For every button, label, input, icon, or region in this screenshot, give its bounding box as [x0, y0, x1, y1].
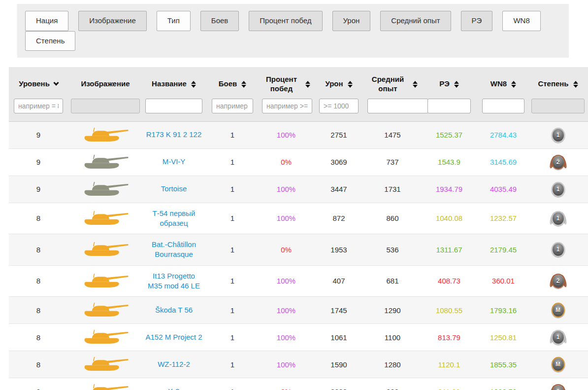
grade-badge: 2 [552, 155, 565, 170]
tank-name-link[interactable]: Т-54 первый образец [145, 209, 203, 229]
filter-cell-exp [365, 97, 420, 122]
cell-winrate: 100% [260, 297, 312, 324]
tank-name-link[interactable]: Tortoise [161, 184, 187, 194]
cell-battles: 1 [205, 121, 260, 148]
tank-name-link[interactable]: Škoda T 56 [155, 305, 193, 315]
column-header-exp[interactable]: Средний опыт [365, 67, 420, 97]
cell-wn8: 4035.49 [479, 176, 528, 203]
cell-image [68, 176, 143, 203]
cell-name: It13 Progetto M35 mod 46 LE [143, 265, 205, 297]
cell-damage: 3447 [312, 176, 365, 203]
column-header-level[interactable]: Уровень [9, 67, 68, 97]
filter-cell-grade [528, 97, 588, 122]
column-header-battles[interactable]: Боев [205, 67, 260, 97]
column-header-label: РЭ [439, 79, 450, 89]
column-header-image: Изображение [68, 67, 143, 97]
column-header-label: Изображение [81, 79, 130, 89]
table-row: 9R173 K 91 2 1221100%275114751525.372784… [9, 121, 588, 148]
filter-input-damage[interactable] [319, 99, 359, 113]
filter-input-winrate[interactable] [262, 99, 312, 113]
table-row: 8It13 Progetto M35 mod 46 LE1100%4076814… [9, 265, 588, 297]
cell-wn8: 1232.57 [479, 203, 528, 234]
cell-wn8: 2179.45 [479, 234, 528, 266]
tank-name-link[interactable]: WZ-112-2 [158, 359, 190, 369]
filter-input-re[interactable] [427, 99, 471, 113]
tank-name-link[interactable]: A152 M Project 2 [145, 332, 202, 342]
column-toggle-button[interactable]: Изображение [78, 11, 147, 31]
cell-exp: 1475 [365, 121, 420, 148]
tank-name-link[interactable]: It13 Progetto M35 mod 46 LE [145, 271, 203, 291]
cell-battles: 1 [205, 351, 260, 378]
column-toggle-button[interactable]: Боев [200, 11, 239, 31]
cell-damage: 1953 [312, 234, 365, 266]
column-header-name[interactable]: Название [143, 67, 205, 97]
column-header-wn8[interactable]: WN8 [479, 67, 528, 97]
cell-exp: 737 [365, 148, 420, 176]
cell-wn8: 360.01 [479, 265, 528, 297]
cell-name: Tortoise [143, 176, 205, 203]
column-header-re[interactable]: РЭ [420, 67, 479, 97]
cell-exp: 681 [365, 265, 420, 297]
cell-image [68, 203, 143, 234]
cell-level: 9 [9, 176, 68, 203]
cell-grade: 1 [528, 121, 588, 148]
cell-wn8: 1855.35 [479, 351, 528, 378]
column-toggle-button[interactable]: Тип [157, 11, 191, 31]
sort-icon [305, 81, 310, 88]
tank-icon [82, 384, 129, 390]
column-toggle-toolbar: НацияИзображениеТипБоевПроцент победУрон… [17, 4, 569, 58]
filter-input-name[interactable] [145, 99, 202, 113]
sort-icon [241, 81, 246, 88]
cell-battles: 1 [205, 148, 260, 176]
cell-grade: 2 [528, 378, 588, 390]
filter-input-exp[interactable] [367, 99, 428, 113]
cell-grade: 2 [528, 148, 588, 176]
tank-name-link[interactable]: R173 K 91 2 122 [146, 130, 202, 140]
column-toggle-button[interactable]: Средний опыт [380, 11, 451, 31]
filter-input-level[interactable] [14, 99, 63, 113]
column-toggle-button[interactable]: РЭ [461, 11, 493, 31]
header-row: УровеньИзображениеНазваниеБоевПроцент по… [9, 67, 588, 97]
cell-image [68, 148, 143, 176]
column-header-damage[interactable]: Урон [312, 67, 365, 97]
column-header-grade[interactable]: Степень [528, 67, 588, 97]
cell-level: 8 [9, 351, 68, 378]
column-toggle-button[interactable]: WN8 [502, 11, 540, 31]
cell-battles: 1 [205, 324, 260, 351]
cell-damage: 2338 [312, 378, 365, 390]
column-toggle-button[interactable]: Урон [332, 11, 371, 31]
cell-image [68, 324, 143, 351]
tank-name-link[interactable]: Bat.-Châtillon Bourrasque [145, 240, 203, 260]
cell-name: WZ-112-2 [143, 351, 205, 378]
cell-battles: 1 [205, 176, 260, 203]
grade-badge: 2 [552, 384, 565, 390]
cell-wn8: 1793.16 [479, 297, 528, 324]
filter-input-wn8[interactable] [482, 99, 524, 113]
tank-name-link[interactable]: M-VI-Y [163, 157, 186, 167]
filter-input-battles[interactable] [212, 99, 253, 113]
tank-name-link[interactable]: K-2 [168, 387, 179, 390]
cell-re: 1934.79 [420, 176, 479, 203]
tank-icon [82, 127, 129, 142]
column-toggle-button[interactable]: Процент побед [249, 11, 322, 31]
cell-level: 8 [9, 234, 68, 266]
cell-battles: 1 [205, 203, 260, 234]
table-row: 8K-210%2338828911.821930.792 [9, 378, 588, 390]
tank-icon [82, 154, 129, 169]
column-toggle-button[interactable]: Степень [25, 31, 75, 51]
column-header-content: РЭ [422, 79, 477, 89]
filter-cell-damage [312, 97, 365, 122]
column-header-content: Изображение [70, 79, 141, 89]
cell-image [68, 121, 143, 148]
grade-badge: 2 [552, 274, 565, 288]
column-header-content: Уровень [11, 79, 66, 89]
table-row: 9M-VI-Y10%30697371543.93145.692 [9, 148, 588, 176]
cell-damage: 1745 [312, 297, 365, 324]
cell-re: 1543.9 [420, 148, 479, 176]
cell-grade: 1 [528, 234, 588, 266]
column-header-winrate[interactable]: Процент побед [260, 67, 312, 97]
column-header-label: Степень [538, 79, 568, 89]
cell-name: M-VI-Y [143, 148, 205, 176]
column-toggle-button[interactable]: Нация [25, 11, 68, 31]
filter-cell-winrate [260, 97, 312, 122]
